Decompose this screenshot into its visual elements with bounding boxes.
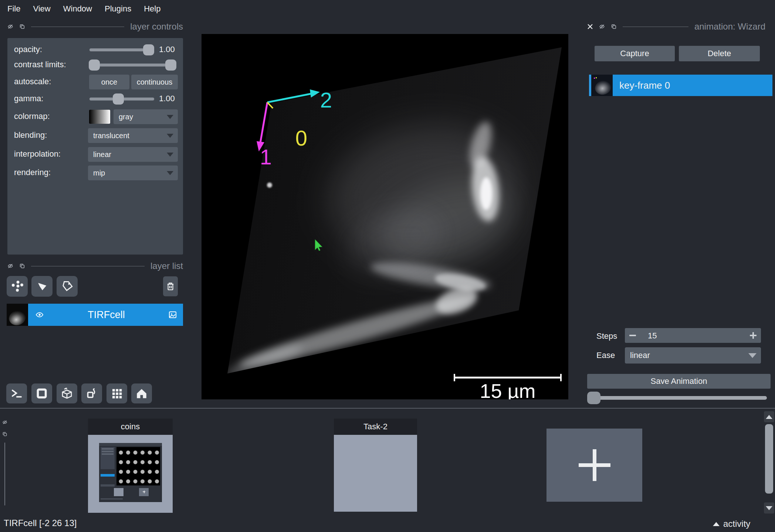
delete-layer-button[interactable] <box>163 276 178 296</box>
gamma-slider-handle[interactable] <box>113 93 124 105</box>
interpolation-dropdown[interactable]: linear <box>88 147 178 162</box>
colormap-row: colormap: gray <box>7 109 183 124</box>
dock-scrollbar[interactable] <box>764 411 774 514</box>
keyframe-item[interactable]: key-frame 0 <box>589 75 772 96</box>
gamma-slider[interactable] <box>89 98 154 100</box>
colormap-value: gray <box>119 113 133 121</box>
home-icon <box>135 387 148 400</box>
activity-chevron-up-icon <box>713 522 720 526</box>
float-dock-copy-icon[interactable] <box>19 263 25 269</box>
rendering-label: rendering: <box>14 168 51 177</box>
rendering-value: mip <box>93 169 105 177</box>
colormap-dropdown[interactable]: gray <box>114 109 178 124</box>
dock-card-task-2[interactable]: Task-2 <box>334 419 417 512</box>
dock-card-title-text: coins <box>121 422 140 432</box>
steps-value: 15 <box>648 331 657 341</box>
animation-panel-header: animation: Wizard <box>587 21 765 33</box>
menu-help[interactable]: Help <box>144 4 160 14</box>
layer-thumbnail <box>7 304 28 326</box>
home-reset-view-button[interactable] <box>131 383 152 403</box>
viewer-canvas[interactable]: 2 1 0 15 µm <box>202 34 568 399</box>
close-icon[interactable] <box>587 24 593 30</box>
animation-frame-slider[interactable] <box>588 396 767 400</box>
gamma-row: gamma: 1.00 <box>7 92 183 106</box>
autoscale-once-button[interactable]: once <box>89 75 129 89</box>
scrollbar-down-button[interactable] <box>764 502 774 514</box>
ndisplay-toggle-button[interactable] <box>31 383 52 403</box>
grid-icon <box>111 388 123 399</box>
layer-visibility-eye-icon[interactable] <box>34 311 45 319</box>
interpolation-value: linear <box>93 150 111 159</box>
minus-icon[interactable] <box>629 335 636 336</box>
ease-dropdown[interactable]: linear <box>625 347 761 364</box>
float-dock-copy-icon[interactable] <box>19 24 25 30</box>
chevron-down-icon <box>167 134 173 138</box>
dock-card-title: coins <box>88 419 173 435</box>
contrast-limits-slider[interactable] <box>89 64 176 66</box>
autoscale-continuous-button[interactable]: continuous <box>131 75 178 89</box>
activity-label: activity <box>723 519 750 529</box>
dock-splitter[interactable] <box>0 408 775 409</box>
layer-row-tirfcell[interactable]: TIRFcell <box>28 304 183 326</box>
contrast-high-handle[interactable] <box>165 59 176 71</box>
opacity-slider[interactable] <box>89 48 154 51</box>
menu-plugins[interactable]: Plugins <box>105 4 131 14</box>
hide-dock-eye-slash-icon[interactable] <box>2 420 7 425</box>
new-points-layer-button[interactable] <box>7 276 28 297</box>
autoscale-row: autoscale: once continuous <box>7 75 183 89</box>
trash-icon <box>165 281 176 291</box>
hide-dock-eye-slash-icon[interactable] <box>7 24 13 30</box>
blending-dropdown[interactable]: translucent <box>88 128 178 143</box>
console-button[interactable] <box>6 383 27 403</box>
scrollbar-thumb[interactable] <box>765 424 773 494</box>
canvas-overlay: 2 1 0 15 µm <box>202 34 568 399</box>
chevron-down-icon <box>167 171 173 175</box>
float-dock-copy-icon[interactable] <box>611 24 617 30</box>
scrollbar-up-button[interactable] <box>764 411 774 422</box>
contrast-low-handle[interactable] <box>89 59 100 71</box>
axis-2-arrowhead-icon <box>310 89 320 98</box>
menu-file[interactable]: File <box>7 4 20 14</box>
steps-label: Steps <box>596 331 617 341</box>
new-labels-layer-button[interactable] <box>57 276 78 297</box>
chevron-down-icon <box>748 353 757 358</box>
delete-button[interactable]: Delete <box>679 46 760 61</box>
opacity-row: opacity: 1.00 <box>7 42 183 57</box>
steps-spinbox[interactable]: 15 <box>625 328 761 343</box>
napari-window: File View Window Plugins Help layer cont… <box>0 0 775 532</box>
layer-controls-title: layer controls <box>130 21 183 32</box>
chevron-down-icon <box>167 115 173 119</box>
menu-window[interactable]: Window <box>63 4 92 14</box>
float-dock-copy-icon[interactable] <box>2 432 7 437</box>
keyframe-name: key-frame 0 <box>619 80 670 91</box>
layer-list-header: layer list <box>7 260 183 272</box>
dock-card-title-text: Task-2 <box>363 422 388 432</box>
plus-icon <box>593 449 596 481</box>
blending-label: blending: <box>14 130 47 140</box>
capture-button[interactable]: Capture <box>595 46 675 61</box>
add-task-card[interactable] <box>546 429 642 502</box>
layer-name: TIRFcell <box>45 309 167 321</box>
activity-toggle[interactable]: activity <box>713 519 750 529</box>
hide-dock-eye-slash-icon[interactable] <box>7 263 13 269</box>
dock-card-body <box>334 435 417 512</box>
opacity-label: opacity: <box>14 45 42 54</box>
grid-view-button[interactable] <box>106 383 127 403</box>
contrast-limits-row: contrast limits: <box>7 58 183 72</box>
hide-dock-eye-slash-icon[interactable] <box>599 24 605 30</box>
status-layer-coordinates: TIRFcell [-2 26 13] <box>4 518 77 528</box>
opacity-slider-handle[interactable] <box>143 44 154 55</box>
transpose-icon <box>85 387 98 400</box>
header-divider <box>623 27 688 27</box>
roll-dimensions-button[interactable] <box>57 383 77 403</box>
dock-card-coins[interactable]: coins <box>88 419 173 513</box>
menu-view[interactable]: View <box>33 4 50 14</box>
animation-frame-slider-handle[interactable] <box>587 392 600 404</box>
axis-2-label: 2 <box>320 88 332 112</box>
transpose-dimensions-button[interactable] <box>81 383 102 403</box>
new-shapes-layer-button[interactable] <box>31 276 53 297</box>
rendering-dropdown[interactable]: mip <box>88 166 178 180</box>
save-animation-button[interactable]: Save Animation <box>587 374 771 389</box>
axis-1-label: 1 <box>260 145 272 169</box>
plus-icon[interactable] <box>750 332 757 339</box>
